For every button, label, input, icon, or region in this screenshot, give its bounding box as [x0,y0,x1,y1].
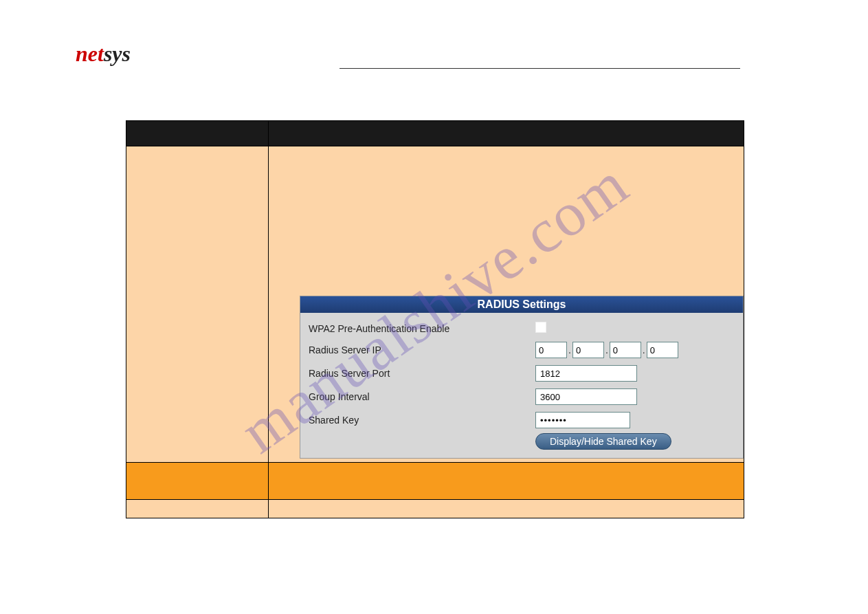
table-orange-right [269,463,744,499]
shared-key-label: Shared Key [309,415,535,426]
preauth-label: WPA2 Pre-Authentication Enable [309,323,535,334]
server-port-input[interactable] [535,365,637,382]
table-header-row [126,121,744,146]
server-port-row: Radius Server Port [309,362,735,385]
table-content-row: RADIUS Settings WPA2 Pre-Authentication … [126,146,744,462]
group-interval-input[interactable] [535,388,637,405]
header-rule [340,68,740,69]
table-bottom-right [269,500,744,518]
table-orange-left [126,463,269,499]
server-ip-octet-1[interactable] [535,342,567,358]
preauth-row: WPA2 Pre-Authentication Enable [309,318,735,338]
shared-key-row: Shared Key [309,408,735,432]
ip-dot: . [567,344,572,355]
logo-part-sys: sys [104,41,131,66]
display-hide-shared-key-button[interactable]: Display/Hide Shared Key [535,433,671,450]
table-header-left [126,121,269,146]
radius-panel-title: RADIUS Settings [300,296,743,313]
table-content-right: RADIUS Settings WPA2 Pre-Authentication … [269,146,744,462]
logo: netsys [76,41,131,67]
ip-dot: . [641,344,647,355]
server-ip-label: Radius Server IP [309,344,535,355]
server-port-label: Radius Server Port [309,368,535,379]
table-header-right [269,121,744,146]
server-ip-octet-4[interactable] [647,342,678,358]
group-interval-row: Group Interval [309,385,735,408]
group-interval-label: Group Interval [309,391,535,402]
table-content-left [126,146,269,462]
ip-dot: . [604,344,610,355]
preauth-checkbox[interactable] [535,322,546,333]
server-ip-octet-3[interactable] [610,342,641,358]
table-bottom-left [126,500,269,518]
table-bottom-row [126,499,744,518]
table-orange-row [126,462,744,499]
main-table: RADIUS Settings WPA2 Pre-Authentication … [126,120,744,518]
server-ip-row: Radius Server IP ... [309,338,735,362]
shared-key-button-row: Display/Hide Shared Key [309,432,735,452]
server-ip-octet-2[interactable] [572,342,604,358]
radius-panel-body: WPA2 Pre-Authentication Enable Radius Se… [300,313,743,458]
shared-key-input[interactable] [535,412,630,428]
radius-settings-panel: RADIUS Settings WPA2 Pre-Authentication … [300,296,744,459]
logo-part-net: net [76,41,104,66]
